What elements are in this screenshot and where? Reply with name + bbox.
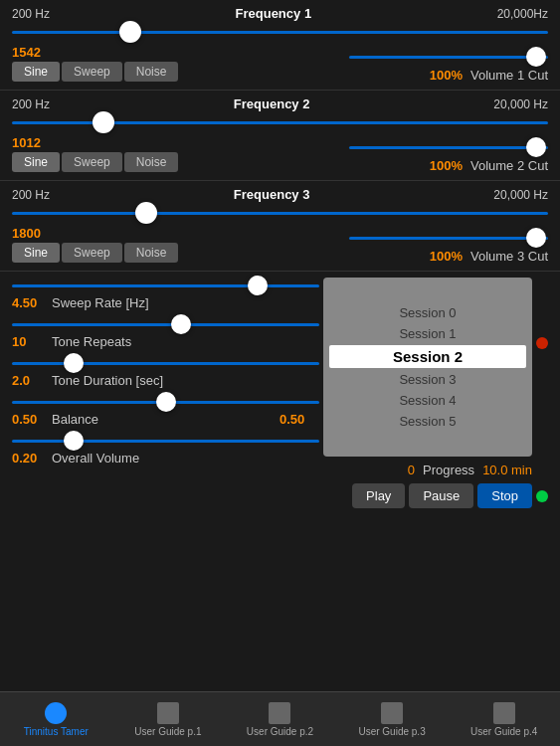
- tone-repeats-slider[interactable]: [12, 316, 319, 332]
- session-item-1[interactable]: Session 1: [329, 324, 526, 343]
- freq3-label: Frequency 3: [234, 187, 310, 202]
- guide1-icon: [157, 702, 179, 724]
- tab-tinnitus-tamer[interactable]: Tinnitus Tamer: [0, 702, 112, 737]
- tone-repeats-label: Tone Repeats: [52, 334, 319, 349]
- freq1-max: 20,000Hz: [497, 7, 548, 21]
- tab-bar: Tinnitus Tamer User Guide p.1 User Guide…: [0, 691, 560, 746]
- freq1-min: 200 Hz: [12, 7, 50, 21]
- progress-time: 10.0 min: [482, 463, 532, 477]
- freq3-sine-btn[interactable]: Sine: [12, 243, 60, 263]
- freq2-vol-pct: 100%: [430, 158, 463, 173]
- overall-volume-value: 0.20: [12, 451, 52, 466]
- session-list: Session 0 Session 1 Session 2 Session 3 …: [323, 278, 532, 457]
- freq1-waveform-btns: Sine Sweep Noise: [12, 62, 178, 82]
- freq1-value: 1542: [12, 45, 178, 60]
- freq2-value: 1012: [12, 135, 178, 150]
- freq3-waveform-btns: Sine Sweep Noise: [12, 243, 178, 263]
- freq1-vol-slider[interactable]: [349, 48, 548, 66]
- tab-tinnitus-tamer-label: Tinnitus Tamer: [24, 726, 89, 737]
- stop-button[interactable]: Stop: [477, 483, 532, 508]
- active-dot: [536, 490, 548, 502]
- tab-guide-2[interactable]: User Guide p.2: [224, 702, 336, 737]
- freq1-section: 200 Hz Frequency 1 20,000Hz 1542 Sine Sw…: [0, 0, 560, 91]
- tab-guide-3[interactable]: User Guide p.3: [336, 702, 449, 737]
- session-item-3[interactable]: Session 3: [329, 370, 526, 389]
- session-item-2[interactable]: Session 2: [329, 345, 526, 368]
- pause-button[interactable]: Pause: [409, 483, 473, 508]
- freq2-sine-btn[interactable]: Sine: [12, 152, 60, 172]
- tab-guide1-label: User Guide p.1: [134, 726, 201, 737]
- freq2-min: 200 Hz: [12, 97, 50, 111]
- freq3-min: 200 Hz: [12, 188, 50, 202]
- tab-guide-1[interactable]: User Guide p.1: [112, 702, 225, 737]
- guide3-icon: [381, 702, 403, 724]
- session-red-dot: [536, 337, 548, 349]
- balance-label: Balance: [52, 412, 280, 427]
- play-button[interactable]: Play: [352, 483, 405, 508]
- freq3-value: 1800: [12, 226, 178, 241]
- freq1-slider[interactable]: [12, 23, 548, 41]
- sweep-rate-value: 4.50: [12, 295, 52, 310]
- freq2-label: Frequency 2: [234, 96, 310, 111]
- freq2-section: 200 Hz Frequency 2 20,000 Hz 1012 Sine S…: [0, 91, 560, 181]
- freq1-vol-pct: 100%: [430, 68, 463, 83]
- freq2-max: 20,000 Hz: [493, 97, 548, 111]
- freq2-noise-btn[interactable]: Noise: [124, 152, 179, 172]
- progress-label: Progress: [423, 463, 474, 477]
- playback-controls: Play Pause Stop: [329, 483, 548, 508]
- freq3-slider[interactable]: [12, 204, 548, 222]
- freq1-label: Frequency 1: [236, 6, 312, 21]
- freq2-vol-label: Volume 2 Cut: [470, 158, 548, 173]
- freq3-sweep-btn[interactable]: Sweep: [62, 243, 122, 263]
- freq2-slider[interactable]: [12, 113, 548, 131]
- tone-duration-label: Tone Duration [sec]: [52, 373, 319, 388]
- freq2-waveform-btns: Sine Sweep Noise: [12, 152, 178, 172]
- freq3-vol-slider[interactable]: [349, 229, 548, 247]
- freq3-vol-label: Volume 3 Cut: [470, 249, 548, 264]
- freq1-vol-label: Volume 1 Cut: [470, 68, 548, 83]
- session-item-5[interactable]: Session 5: [329, 412, 526, 431]
- tone-duration-value: 2.0: [12, 373, 52, 388]
- overall-volume-label: Overall Volume: [52, 451, 319, 466]
- freq3-vol-pct: 100%: [430, 249, 463, 264]
- guide4-icon: [493, 702, 515, 724]
- balance-slider[interactable]: [12, 394, 319, 410]
- freq3-section: 200 Hz Frequency 3 20,000 Hz 1800 Sine S…: [0, 181, 560, 272]
- freq1-sweep-btn[interactable]: Sweep: [62, 62, 122, 82]
- freq1-noise-btn[interactable]: Noise: [124, 62, 179, 82]
- freq2-vol-slider[interactable]: [349, 138, 548, 156]
- tab-guide4-label: User Guide p.4: [470, 726, 537, 737]
- session-item-4[interactable]: Session 4: [329, 391, 526, 410]
- freq2-sweep-btn[interactable]: Sweep: [62, 152, 122, 172]
- tinnitus-tamer-icon: [45, 702, 67, 724]
- progress-value: 0: [408, 463, 415, 477]
- left-controls: 4.50 Sweep Rate [Hz] 10 Tone Repeats 2.0: [12, 278, 329, 508]
- progress-row: 0 Progress 10.0 min: [329, 463, 548, 477]
- freq3-max: 20,000 Hz: [493, 188, 548, 202]
- freq3-noise-btn[interactable]: Noise: [124, 243, 179, 263]
- balance-value-left: 0.50: [12, 412, 52, 427]
- controls-area: 4.50 Sweep Rate [Hz] 10 Tone Repeats 2.0: [0, 272, 560, 514]
- tab-guide-4[interactable]: User Guide p.4: [448, 702, 560, 737]
- tab-guide2-label: User Guide p.2: [247, 726, 313, 737]
- sweep-rate-slider[interactable]: [12, 278, 319, 293]
- overall-volume-slider[interactable]: [12, 433, 319, 449]
- freq1-sine-btn[interactable]: Sine: [12, 62, 60, 82]
- tab-guide3-label: User Guide p.3: [358, 726, 425, 737]
- tone-duration-slider[interactable]: [12, 355, 319, 371]
- tone-repeats-value: 10: [12, 334, 52, 349]
- balance-value-right: 0.50: [280, 412, 319, 427]
- session-item-0[interactable]: Session 0: [329, 303, 526, 322]
- sweep-rate-label: Sweep Rate [Hz]: [52, 295, 319, 310]
- guide2-icon: [269, 702, 290, 724]
